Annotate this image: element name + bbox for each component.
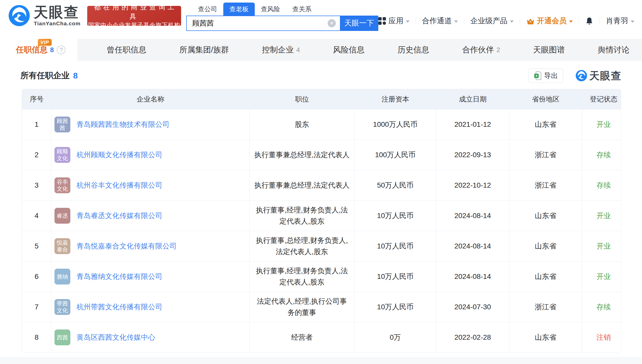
row-status: 开业 (582, 109, 621, 140)
row-index: 4 (22, 201, 51, 231)
row-date: 2024-08-14 (436, 201, 509, 231)
search-area: 查公司 查老板 查风险 查关系 ✕ 天眼一下 (186, 3, 378, 31)
row-position: 执行董事兼总经理,法定代表人 (250, 140, 355, 170)
company-logo-badge: 睿丞 (54, 208, 70, 224)
row-status: 存续 (582, 140, 621, 170)
divider (464, 17, 464, 25)
column-header-capital: 注册资本 (355, 95, 436, 104)
search-tab[interactable]: 查老板 (223, 3, 255, 16)
company-link[interactable]: 杭州谷丰文化传播有限公司 (76, 180, 162, 190)
table-row: 3 谷丰文化 杭州谷丰文化传播有限公司 执行董事兼总经理,法定代表人 50万人民… (22, 170, 621, 200)
chevron-down-icon (569, 20, 573, 23)
company-logo-badge: 顾顺文化 (54, 147, 70, 163)
table-row: 8 西茜 黄岛区西茜文化传媒中心 经营者 0万 2022-02-28 山东省 注… (22, 322, 621, 352)
row-province: 浙江省 (509, 170, 582, 200)
company-logo-badge: 顾茜茜 (54, 117, 70, 132)
excel-icon: X (534, 71, 541, 80)
page-tab[interactable]: VIP 任职信息 8 ? (0, 39, 77, 61)
row-position: 股东 (250, 109, 355, 140)
column-header-company: 企业名称 (51, 95, 250, 104)
table-row: 1 顾茜茜 青岛顾茜茜生物技术有限公司 股东 1000万人民币 2021-01-… (22, 109, 621, 140)
company-link[interactable]: 青岛睿丞文化传媒有限公司 (76, 211, 162, 221)
row-index: 1 (22, 109, 51, 140)
company-logo-badge: 带茜文化 (54, 299, 70, 315)
help-icon[interactable]: ? (57, 46, 65, 54)
nav-enterprise-products[interactable]: 企业级产品 (470, 16, 514, 26)
row-capital: 10万人民币 (355, 231, 436, 261)
row-index: 6 (22, 261, 51, 292)
positions-table: 序号 企业名称 职位 注册资本 成立日期 省份地区 登记状态 1 顾茜茜 青岛顾… (22, 89, 621, 353)
page-bottom-strip (0, 357, 642, 364)
company-link[interactable]: 青岛悦嘉泰合文化传媒有限公司 (76, 241, 177, 251)
promo-banner[interactable]: 都在用的商业查询工具 国家中小企业发展子基金旗下机构 (87, 6, 181, 26)
nav-vip-membership[interactable]: 开通会员 (526, 16, 573, 26)
column-header-index: 序号 (22, 95, 51, 104)
promo-line-2: 国家中小企业发展子基金旗下机构 (87, 21, 181, 29)
divider (520, 17, 520, 25)
page-tab[interactable]: 历史信息 (394, 39, 433, 61)
tianyancha-watermark-icon (575, 70, 587, 82)
search-tab[interactable]: 查风险 (255, 3, 286, 16)
page-tab[interactable]: 所属集团/族群 (176, 39, 233, 61)
clear-search-icon[interactable]: ✕ (328, 19, 336, 27)
company-link[interactable]: 杭州顾顺文化传播有限公司 (76, 150, 162, 160)
nav-partner-label: 合作通道 (422, 16, 452, 26)
user-name: 肖青羽 (606, 16, 628, 26)
nav-partner-channel[interactable]: 合作通道 (422, 16, 458, 26)
tianyancha-logo[interactable]: 天眼查 TianYanCha.com (8, 5, 81, 27)
search-tab[interactable]: 查关系 (286, 3, 318, 16)
row-date: 2022-09-13 (436, 140, 509, 170)
page-tab-label: 历史信息 (397, 44, 429, 55)
company-logo-badge: 悦嘉泰合 (54, 238, 70, 254)
row-position: 执行董事兼总经理,法定代表人 (250, 170, 355, 200)
row-position: 经营者 (250, 322, 355, 352)
search-tab[interactable]: 查公司 (192, 3, 223, 16)
row-date: 2022-10-12 (436, 170, 509, 200)
row-position: 执行董事,经理,财务负责人,法定代表人,股东 (250, 201, 355, 231)
search-tab-label: 查关系 (292, 5, 312, 13)
table-row: 6 雅纳 青岛雅纳文化传媒有限公司 执行董事,经理,财务负责人,法定代表人,股东… (22, 261, 621, 292)
export-button[interactable]: X 导出 (528, 69, 563, 83)
row-province: 山东省 (509, 231, 582, 261)
row-province: 浙江省 (509, 140, 582, 170)
search-button[interactable]: 天眼一下 (340, 16, 378, 31)
page-tab[interactable]: 舆情讨论 (594, 39, 633, 61)
row-index: 7 (22, 292, 51, 322)
table-row: 4 睿丞 青岛睿丞文化传媒有限公司 执行董事,经理,财务负责人,法定代表人,股东… (22, 200, 621, 231)
divider (416, 17, 416, 25)
page-tab[interactable]: 天眼图谱 (529, 39, 568, 61)
company-link[interactable]: 青岛顾茜茜生物技术有限公司 (76, 119, 170, 130)
column-header-status: 登记状态 (582, 95, 621, 104)
company-link[interactable]: 青岛雅纳文化传媒有限公司 (76, 271, 162, 282)
search-input[interactable] (187, 19, 328, 27)
page-tab[interactable]: 曾任职信息 (103, 39, 150, 61)
column-header-position: 职位 (250, 95, 355, 104)
row-date: 2024-08-14 (436, 261, 509, 292)
divider (600, 17, 600, 25)
brand-domain: TianYanCha.com (34, 20, 81, 27)
row-province: 山东省 (509, 201, 582, 231)
top-right-nav: 应用 合作通道 企业级产品 开通会员 (378, 16, 634, 26)
row-province: 山东省 (509, 322, 582, 352)
company-link[interactable]: 黄岛区西茜文化传媒中心 (76, 332, 155, 343)
crown-icon (526, 18, 535, 25)
row-date: 2022-02-28 (436, 322, 509, 352)
page-tab[interactable]: 风险信息 (329, 39, 368, 61)
apps-grid-icon (378, 17, 386, 25)
row-date: 2024-08-14 (436, 231, 509, 261)
page-tab[interactable]: 合作伙伴 2 (459, 39, 504, 61)
company-link[interactable]: 杭州带茜文化传播有限公司 (76, 302, 162, 312)
promo-line-1: 都在用的商业查询工具 (87, 3, 181, 21)
notifications-button[interactable] (585, 16, 593, 26)
company-logo-badge: 雅纳 (54, 269, 70, 285)
table-header-row: 序号 企业名称 职位 注册资本 成立日期 省份地区 登记状态 (22, 89, 621, 109)
chevron-down-icon (631, 20, 634, 23)
row-status: 存续 (582, 170, 621, 200)
export-label: 导出 (544, 71, 558, 80)
nav-apps[interactable]: 应用 (378, 16, 409, 26)
user-menu[interactable]: 肖青羽 (606, 16, 634, 26)
divider (579, 17, 579, 25)
watermark-label: 天眼查 (589, 69, 622, 83)
brand-name: 天眼查 (34, 5, 81, 20)
page-tab[interactable]: 控制企业 4 (258, 39, 303, 61)
